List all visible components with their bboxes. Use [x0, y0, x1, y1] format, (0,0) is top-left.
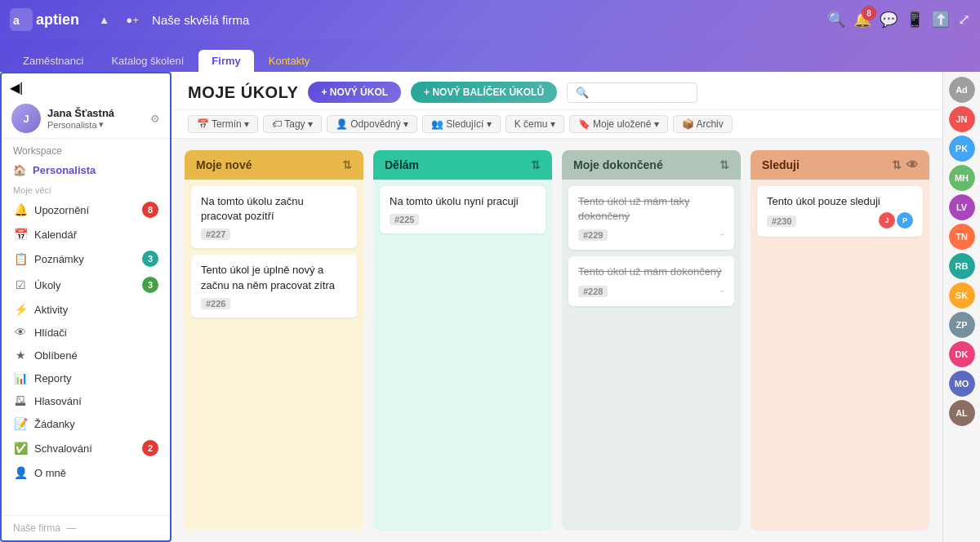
kalendar-label: Kalendář	[34, 229, 158, 241]
tab-zamestnanci[interactable]: Zaměstnanci	[10, 50, 96, 72]
new-bundle-button[interactable]: + NOVÝ BALÍČEK ÚKOLŮ	[411, 82, 557, 103]
nav-add-button[interactable]: ●+	[122, 11, 142, 29]
notifications-icon[interactable]: 🔔 8	[853, 11, 871, 29]
right-avatar[interactable]: AL	[949, 400, 975, 426]
sidebar-item-hlasovani[interactable]: 🗳 Hlasování	[2, 389, 170, 412]
right-avatar[interactable]: LV	[949, 194, 975, 220]
schvalovani-label: Schvalování	[34, 442, 136, 455]
sidebar-item-reporty[interactable]: 📊 Reporty	[2, 367, 170, 389]
notification-count: 8	[862, 6, 876, 20]
tab-katalog[interactable]: Katalog školení	[98, 50, 197, 72]
aktivity-label: Aktivity	[34, 304, 158, 316]
col-sleduji-title: Sleduji	[762, 158, 800, 171]
nase-firma-label: Naše firma	[13, 522, 60, 534]
phone-icon[interactable]: 📱	[906, 11, 924, 29]
task-id: #229	[578, 229, 608, 241]
task-avatar: P	[897, 212, 913, 229]
task-card-bottom: #230 J P	[767, 212, 913, 229]
chat-icon[interactable]: 💬	[880, 11, 898, 29]
sidebar-item-schvalovani[interactable]: ✅ Schvalování 2	[2, 435, 170, 461]
sort-icon[interactable]: ⇅	[531, 158, 541, 171]
eye-icon[interactable]: 👁	[906, 158, 918, 171]
filter-moje-ulozene[interactable]: 🔖 Moje uložené ▾	[569, 115, 668, 133]
task-card[interactable]: Tento úkol už mám taky dokončený #229 -	[568, 186, 734, 250]
right-avatar[interactable]: ZP	[949, 312, 975, 338]
task-id: #226	[201, 298, 230, 309]
right-avatar[interactable]: MO	[949, 371, 975, 397]
filter-odpovedny[interactable]: 👤 Odpovědný ▾	[327, 115, 417, 133]
notes-icon: 📋	[13, 252, 28, 265]
sidebar-item-kalendar[interactable]: 📅 Kalendář	[2, 223, 170, 246]
avatar-circle: PK	[949, 136, 975, 162]
filter-sledujici[interactable]: 👥 Sledující ▾	[422, 115, 501, 133]
task-card[interactable]: Na tomto úkolu začnu pracovat pozítří #2…	[191, 186, 357, 248]
sidebar-item-aktivity[interactable]: ⚡ Aktivity	[2, 298, 170, 321]
col-dokoncene-title: Moje dokončené	[573, 158, 663, 171]
zadanky-label: Žádanky	[34, 418, 158, 430]
sort-icon[interactable]: ⇅	[719, 158, 729, 171]
right-avatar[interactable]: DK	[949, 341, 975, 367]
sidebar-item-zadanky[interactable]: 📝 Žádanky	[2, 412, 170, 435]
right-avatar[interactable]: MH	[949, 165, 975, 191]
right-avatar[interactable]: JN	[949, 106, 975, 132]
col-sleduji-header: Sleduji ⇅ 👁	[751, 150, 929, 180]
right-avatar[interactable]: RB	[949, 253, 975, 279]
filter-termin-label: 📅 Termín ▾	[197, 118, 249, 130]
user-info: Jana Šťastná Personalista ▾	[47, 107, 144, 130]
filter-k-cemu[interactable]: K čemu ▾	[506, 115, 564, 133]
search-icon[interactable]: 🔍	[827, 11, 845, 29]
task-id: #227	[201, 229, 230, 240]
sort-icon[interactable]: ⇅	[892, 158, 902, 171]
col-moje-nove-title: Moje nové	[196, 158, 252, 171]
task-title: Tento úkol už mám taky dokončený	[578, 194, 724, 224]
filter-archiv[interactable]: 📦 Archiv	[673, 115, 733, 133]
sidebar: ◀| J Jana Šťastná Personalista ▾ ⚙ Works…	[0, 72, 172, 542]
upozorneni-badge: 8	[142, 202, 158, 218]
sort-icon[interactable]: ⇅	[342, 158, 352, 171]
sidebar-item-personalista[interactable]: 🏠 Personalista	[2, 160, 170, 180]
watch-icon: 👁	[13, 326, 28, 339]
filter-termin[interactable]: 📅 Termín ▾	[188, 115, 258, 133]
nav-up-button[interactable]: ▲	[96, 11, 113, 29]
task-avatar: J	[879, 212, 895, 229]
avatar-circle: DK	[949, 341, 975, 367]
oblibene-label: Oblíbené	[34, 349, 158, 362]
tab-firmy[interactable]: Firmy	[198, 50, 253, 72]
kanban-col-sleduji: Sleduji ⇅ 👁 Tento úkol pouze sleduji #23…	[751, 150, 929, 531]
task-card-bottom: #229 -	[578, 227, 724, 242]
app-logo: a aptien	[10, 8, 79, 31]
person-icon: 👤	[13, 466, 28, 479]
sidebar-collapse-icon[interactable]: ◀|	[10, 80, 23, 96]
right-panel: Ad JN PK MH LV TN RB SK ZP DK MO	[942, 72, 980, 542]
new-task-button[interactable]: + NOVÝ ÚKOL	[308, 82, 401, 103]
task-card[interactable]: Tento úkol je úplně nový a začnu na něm …	[191, 255, 357, 317]
task-card[interactable]: Tento úkol už mám dokončený #228 -	[568, 256, 734, 305]
avatar-circle: JN	[949, 106, 975, 132]
right-avatar[interactable]: SK	[949, 282, 975, 309]
avatar-circle: AL	[949, 400, 975, 426]
omne-label: O mně	[34, 467, 158, 479]
sidebar-item-hlidaci[interactable]: 👁 Hlídači	[2, 321, 170, 344]
right-avatar[interactable]: TN	[949, 224, 975, 250]
tab-kontakty[interactable]: Kontakty	[256, 50, 323, 72]
sidebar-item-upozorneni[interactable]: 🔔 Upozornění 8	[2, 197, 170, 223]
login-icon[interactable]: ⬆️	[932, 11, 950, 29]
sidebar-item-omne[interactable]: 👤 O mně	[2, 461, 170, 484]
sidebar-item-poznamky[interactable]: 📋 Poznámky 3	[2, 246, 170, 272]
vote-icon: 🗳	[13, 394, 28, 407]
right-avatar[interactable]: Ad	[949, 77, 975, 103]
workspace-label: Workspace	[2, 139, 170, 160]
filter-tagy[interactable]: 🏷 Tagy ▾	[263, 115, 322, 133]
expand-icon[interactable]: ⤢	[958, 11, 970, 29]
settings-gear-icon[interactable]: ⚙	[150, 113, 160, 125]
filter-bar: 📅 Termín ▾ 🏷 Tagy ▾ 👤 Odpovědný ▾ 👥 Sled…	[172, 110, 942, 139]
right-avatar[interactable]: PK	[949, 136, 975, 162]
col-delam-header: Dělám ⇅	[373, 150, 552, 180]
sidebar-item-ukoly[interactable]: ☑ Úkoly 3	[2, 272, 170, 298]
task-card[interactable]: Na tomto úkolu nyní pracuji #225	[380, 186, 546, 233]
ukoly-badge: 3	[142, 277, 158, 293]
search-input[interactable]	[567, 82, 697, 103]
task-card[interactable]: Tento úkol pouze sleduji #230 J P	[757, 186, 923, 237]
sidebar-item-oblibene[interactable]: ★ Oblíbené	[2, 344, 170, 367]
col-sleduji-body: Tento úkol pouze sleduji #230 J P	[751, 180, 929, 531]
